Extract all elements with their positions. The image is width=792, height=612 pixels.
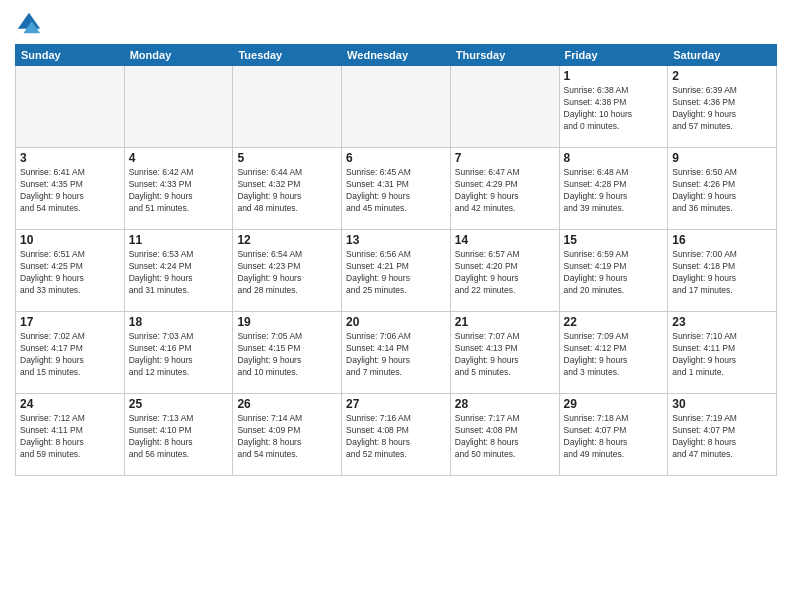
calendar-cell: 27Sunrise: 7:16 AM Sunset: 4:08 PM Dayli… bbox=[342, 394, 451, 476]
calendar-cell: 18Sunrise: 7:03 AM Sunset: 4:16 PM Dayli… bbox=[124, 312, 233, 394]
calendar-week-2: 3Sunrise: 6:41 AM Sunset: 4:35 PM Daylig… bbox=[16, 148, 777, 230]
calendar-cell bbox=[342, 66, 451, 148]
day-number: 4 bbox=[129, 151, 229, 165]
calendar-cell: 23Sunrise: 7:10 AM Sunset: 4:11 PM Dayli… bbox=[668, 312, 777, 394]
day-number: 3 bbox=[20, 151, 120, 165]
day-number: 6 bbox=[346, 151, 446, 165]
day-number: 23 bbox=[672, 315, 772, 329]
calendar-cell: 20Sunrise: 7:06 AM Sunset: 4:14 PM Dayli… bbox=[342, 312, 451, 394]
page: SundayMondayTuesdayWednesdayThursdayFrid… bbox=[0, 0, 792, 612]
calendar-cell: 11Sunrise: 6:53 AM Sunset: 4:24 PM Dayli… bbox=[124, 230, 233, 312]
day-number: 29 bbox=[564, 397, 664, 411]
day-info: Sunrise: 6:48 AM Sunset: 4:28 PM Dayligh… bbox=[564, 167, 664, 215]
calendar-cell: 21Sunrise: 7:07 AM Sunset: 4:13 PM Dayli… bbox=[450, 312, 559, 394]
calendar-cell: 1Sunrise: 6:38 AM Sunset: 4:38 PM Daylig… bbox=[559, 66, 668, 148]
day-number: 8 bbox=[564, 151, 664, 165]
calendar-header-tuesday: Tuesday bbox=[233, 45, 342, 66]
day-number: 17 bbox=[20, 315, 120, 329]
calendar-week-4: 17Sunrise: 7:02 AM Sunset: 4:17 PM Dayli… bbox=[16, 312, 777, 394]
day-number: 10 bbox=[20, 233, 120, 247]
calendar-cell: 13Sunrise: 6:56 AM Sunset: 4:21 PM Dayli… bbox=[342, 230, 451, 312]
calendar-week-5: 24Sunrise: 7:12 AM Sunset: 4:11 PM Dayli… bbox=[16, 394, 777, 476]
day-number: 21 bbox=[455, 315, 555, 329]
logo-icon bbox=[15, 10, 43, 38]
day-info: Sunrise: 7:18 AM Sunset: 4:07 PM Dayligh… bbox=[564, 413, 664, 461]
header bbox=[15, 10, 777, 38]
day-info: Sunrise: 7:13 AM Sunset: 4:10 PM Dayligh… bbox=[129, 413, 229, 461]
calendar-header-wednesday: Wednesday bbox=[342, 45, 451, 66]
day-number: 30 bbox=[672, 397, 772, 411]
calendar-cell: 29Sunrise: 7:18 AM Sunset: 4:07 PM Dayli… bbox=[559, 394, 668, 476]
calendar-week-1: 1Sunrise: 6:38 AM Sunset: 4:38 PM Daylig… bbox=[16, 66, 777, 148]
calendar-cell: 22Sunrise: 7:09 AM Sunset: 4:12 PM Dayli… bbox=[559, 312, 668, 394]
calendar-cell: 6Sunrise: 6:45 AM Sunset: 4:31 PM Daylig… bbox=[342, 148, 451, 230]
day-info: Sunrise: 7:19 AM Sunset: 4:07 PM Dayligh… bbox=[672, 413, 772, 461]
calendar-cell: 5Sunrise: 6:44 AM Sunset: 4:32 PM Daylig… bbox=[233, 148, 342, 230]
calendar-cell: 4Sunrise: 6:42 AM Sunset: 4:33 PM Daylig… bbox=[124, 148, 233, 230]
day-info: Sunrise: 7:17 AM Sunset: 4:08 PM Dayligh… bbox=[455, 413, 555, 461]
day-info: Sunrise: 7:06 AM Sunset: 4:14 PM Dayligh… bbox=[346, 331, 446, 379]
calendar-cell bbox=[16, 66, 125, 148]
calendar-cell: 28Sunrise: 7:17 AM Sunset: 4:08 PM Dayli… bbox=[450, 394, 559, 476]
day-number: 26 bbox=[237, 397, 337, 411]
calendar-cell: 2Sunrise: 6:39 AM Sunset: 4:36 PM Daylig… bbox=[668, 66, 777, 148]
logo bbox=[15, 10, 47, 38]
calendar-cell: 30Sunrise: 7:19 AM Sunset: 4:07 PM Dayli… bbox=[668, 394, 777, 476]
day-number: 27 bbox=[346, 397, 446, 411]
calendar-cell: 24Sunrise: 7:12 AM Sunset: 4:11 PM Dayli… bbox=[16, 394, 125, 476]
calendar-cell bbox=[124, 66, 233, 148]
calendar-cell: 12Sunrise: 6:54 AM Sunset: 4:23 PM Dayli… bbox=[233, 230, 342, 312]
day-number: 13 bbox=[346, 233, 446, 247]
day-number: 14 bbox=[455, 233, 555, 247]
day-number: 18 bbox=[129, 315, 229, 329]
day-number: 28 bbox=[455, 397, 555, 411]
day-info: Sunrise: 7:14 AM Sunset: 4:09 PM Dayligh… bbox=[237, 413, 337, 461]
calendar-cell bbox=[233, 66, 342, 148]
calendar-cell: 10Sunrise: 6:51 AM Sunset: 4:25 PM Dayli… bbox=[16, 230, 125, 312]
day-info: Sunrise: 7:07 AM Sunset: 4:13 PM Dayligh… bbox=[455, 331, 555, 379]
day-number: 2 bbox=[672, 69, 772, 83]
day-info: Sunrise: 7:09 AM Sunset: 4:12 PM Dayligh… bbox=[564, 331, 664, 379]
day-info: Sunrise: 6:47 AM Sunset: 4:29 PM Dayligh… bbox=[455, 167, 555, 215]
day-info: Sunrise: 6:42 AM Sunset: 4:33 PM Dayligh… bbox=[129, 167, 229, 215]
calendar-header-row: SundayMondayTuesdayWednesdayThursdayFrid… bbox=[16, 45, 777, 66]
day-info: Sunrise: 7:05 AM Sunset: 4:15 PM Dayligh… bbox=[237, 331, 337, 379]
day-number: 25 bbox=[129, 397, 229, 411]
calendar-cell: 8Sunrise: 6:48 AM Sunset: 4:28 PM Daylig… bbox=[559, 148, 668, 230]
calendar-header-monday: Monday bbox=[124, 45, 233, 66]
calendar-table: SundayMondayTuesdayWednesdayThursdayFrid… bbox=[15, 44, 777, 476]
day-info: Sunrise: 6:51 AM Sunset: 4:25 PM Dayligh… bbox=[20, 249, 120, 297]
calendar-cell: 15Sunrise: 6:59 AM Sunset: 4:19 PM Dayli… bbox=[559, 230, 668, 312]
day-info: Sunrise: 7:03 AM Sunset: 4:16 PM Dayligh… bbox=[129, 331, 229, 379]
calendar-cell bbox=[450, 66, 559, 148]
calendar-header-saturday: Saturday bbox=[668, 45, 777, 66]
calendar-header-thursday: Thursday bbox=[450, 45, 559, 66]
day-number: 12 bbox=[237, 233, 337, 247]
calendar-cell: 14Sunrise: 6:57 AM Sunset: 4:20 PM Dayli… bbox=[450, 230, 559, 312]
calendar-cell: 3Sunrise: 6:41 AM Sunset: 4:35 PM Daylig… bbox=[16, 148, 125, 230]
day-info: Sunrise: 7:02 AM Sunset: 4:17 PM Dayligh… bbox=[20, 331, 120, 379]
calendar-header-sunday: Sunday bbox=[16, 45, 125, 66]
day-number: 7 bbox=[455, 151, 555, 165]
day-info: Sunrise: 6:50 AM Sunset: 4:26 PM Dayligh… bbox=[672, 167, 772, 215]
calendar-cell: 17Sunrise: 7:02 AM Sunset: 4:17 PM Dayli… bbox=[16, 312, 125, 394]
day-number: 20 bbox=[346, 315, 446, 329]
day-info: Sunrise: 6:41 AM Sunset: 4:35 PM Dayligh… bbox=[20, 167, 120, 215]
day-number: 1 bbox=[564, 69, 664, 83]
calendar-cell: 19Sunrise: 7:05 AM Sunset: 4:15 PM Dayli… bbox=[233, 312, 342, 394]
day-info: Sunrise: 6:44 AM Sunset: 4:32 PM Dayligh… bbox=[237, 167, 337, 215]
day-info: Sunrise: 6:38 AM Sunset: 4:38 PM Dayligh… bbox=[564, 85, 664, 133]
calendar-cell: 7Sunrise: 6:47 AM Sunset: 4:29 PM Daylig… bbox=[450, 148, 559, 230]
calendar-header-friday: Friday bbox=[559, 45, 668, 66]
calendar-cell: 26Sunrise: 7:14 AM Sunset: 4:09 PM Dayli… bbox=[233, 394, 342, 476]
day-info: Sunrise: 6:54 AM Sunset: 4:23 PM Dayligh… bbox=[237, 249, 337, 297]
day-info: Sunrise: 6:59 AM Sunset: 4:19 PM Dayligh… bbox=[564, 249, 664, 297]
day-number: 16 bbox=[672, 233, 772, 247]
day-info: Sunrise: 7:12 AM Sunset: 4:11 PM Dayligh… bbox=[20, 413, 120, 461]
calendar-cell: 9Sunrise: 6:50 AM Sunset: 4:26 PM Daylig… bbox=[668, 148, 777, 230]
day-number: 11 bbox=[129, 233, 229, 247]
day-number: 15 bbox=[564, 233, 664, 247]
day-info: Sunrise: 7:16 AM Sunset: 4:08 PM Dayligh… bbox=[346, 413, 446, 461]
day-info: Sunrise: 6:45 AM Sunset: 4:31 PM Dayligh… bbox=[346, 167, 446, 215]
calendar-week-3: 10Sunrise: 6:51 AM Sunset: 4:25 PM Dayli… bbox=[16, 230, 777, 312]
